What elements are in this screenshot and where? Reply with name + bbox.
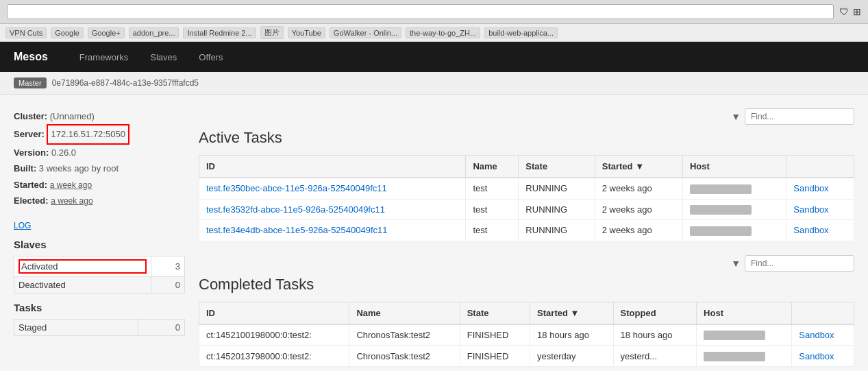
active-task-action-2[interactable]: Sandbox (786, 220, 854, 241)
active-task-started-2: 2 weeks ago (595, 220, 682, 241)
activated-row[interactable]: Activated 3 (14, 256, 185, 276)
server-row: Server: 172.16.51.72:5050 (14, 124, 185, 144)
bookmark-addon[interactable]: addon_pre... (129, 27, 179, 38)
bookmark-google[interactable]: Google (51, 27, 83, 38)
active-task-id-link-0[interactable]: test.fe350bec-abce-11e5-926a-52540049fc1… (206, 183, 387, 193)
built-row: Built: 3 weeks ago by root (14, 160, 185, 176)
shield-icon: 🛡 (839, 6, 849, 17)
completed-tasks-table: ID Name State Started ▼ Stopped Host ct:… (199, 302, 854, 367)
nav-links: Frameworks Slaves Offers (69, 44, 234, 71)
active-task-action-1[interactable]: Sandbox (786, 199, 854, 220)
nav-offers[interactable]: Offers (188, 44, 234, 71)
col-host-active: Host (682, 156, 786, 178)
completed-tasks-filter-input[interactable] (745, 255, 854, 272)
col-name-active: Name (466, 156, 519, 178)
completed-task-action-0[interactable]: Sandbox (792, 324, 854, 346)
active-filter-icon: ▼ (731, 111, 741, 122)
deactivated-row: Deactivated 0 (14, 276, 185, 293)
active-task-state-0: RUNNING (519, 178, 595, 199)
bookmark-youtube[interactable]: YouTube (288, 27, 325, 38)
completed-task-state-0: FINISHED (460, 324, 530, 346)
completed-task-started-0: 18 hours ago (530, 324, 614, 346)
built-value: 3 weeks ago by root (39, 163, 119, 173)
active-task-id-2: test.fe34e4db-abce-11e5-926a-52540049fc1… (199, 220, 466, 241)
bookmark-build-web[interactable]: build-web-applica... (484, 27, 558, 38)
col-started-completed[interactable]: Started ▼ (530, 302, 614, 324)
browser-bar: 172.16.51.72:5050/#/ 🛡 ⊞ (0, 0, 868, 24)
cluster-label: Cluster: (14, 111, 47, 121)
active-tasks-filter-input[interactable] (745, 108, 854, 125)
active-task-action-0[interactable]: Sandbox (786, 178, 854, 199)
nav-brand: Mesos (14, 51, 48, 63)
active-sandbox-link-0[interactable]: Sandbox (793, 183, 828, 193)
top-nav: Mesos Frameworks Slaves Offers (0, 42, 868, 72)
col-stopped-completed: Stopped (613, 302, 697, 324)
bookmark-gowalker[interactable]: GoWalker - Onlin... (330, 27, 401, 38)
active-sandbox-link-1[interactable]: Sandbox (793, 204, 828, 215)
deactivated-count: 0 (151, 276, 184, 293)
master-id: 0e71896a-e887-484c-a13e-9357fffafcd5 (52, 78, 199, 88)
active-task-host-2 (682, 220, 786, 241)
version-label: Version: (14, 147, 49, 158)
active-task-name-0: test (466, 178, 519, 199)
completed-task-name-1: ChronosTask:test2 (349, 346, 460, 367)
completed-task-state-1: FINISHED (460, 346, 530, 367)
server-label: Server: (14, 129, 45, 139)
tasks-table: Staged 0 (14, 319, 185, 336)
active-task-started-1: 2 weeks ago (595, 199, 682, 220)
bookmark-img[interactable]: 图片 (260, 26, 284, 39)
elected-row: Elected: a week ago (14, 193, 185, 209)
deactivated-label: Deactivated (14, 276, 151, 293)
completed-task-host-1 (697, 346, 792, 367)
col-action-completed (792, 302, 854, 324)
completed-task-stopped-0: 18 hours ago (613, 324, 697, 346)
bookmark-vpn[interactable]: VPN Cuts (5, 27, 47, 38)
completed-task-host-0 (697, 324, 792, 346)
started-row: Started: a week ago (14, 177, 185, 193)
col-started-active[interactable]: Started ▼ (595, 156, 682, 178)
staged-label: Staged (14, 319, 138, 335)
staged-count: 0 (138, 319, 185, 335)
completed-task-id-0: ct:1452100198000:0:test2: (199, 324, 349, 346)
nav-slaves[interactable]: Slaves (139, 44, 188, 71)
active-task-id-link-1[interactable]: test.fe3532fd-abce-11e5-926a-52540049fc1… (206, 204, 385, 215)
active-sandbox-link-2[interactable]: Sandbox (793, 225, 828, 235)
active-tasks-table: ID Name State Started ▼ Host test.fe350b… (199, 155, 854, 241)
elected-label: Elected: (14, 195, 49, 206)
log-link-text[interactable]: LOG (14, 221, 31, 230)
activated-cell: Activated (14, 256, 151, 276)
server-value-box: 172.16.51.72:5050 (47, 124, 129, 144)
bookmark-the-way[interactable]: the-way-to-go_ZH... (406, 27, 480, 38)
completed-tasks-filter-bar: ▼ (199, 255, 854, 272)
url-bar[interactable]: 172.16.51.72:5050/#/ (7, 4, 834, 19)
sidebar: Cluster: (Unnamed) Server: 172.16.51.72:… (14, 108, 185, 371)
completed-task-started-1: yesterday (530, 346, 614, 367)
completed-task-id-1: ct:1452013798000:0:test2: (199, 346, 349, 367)
active-task-id-link-2[interactable]: test.fe34e4db-abce-11e5-926a-52540049fc1… (206, 225, 388, 235)
started-value[interactable]: a week ago (50, 180, 92, 190)
col-id-active: ID (199, 156, 466, 178)
elected-value[interactable]: a week ago (51, 196, 92, 206)
col-action-active (786, 156, 854, 178)
completed-tasks-header-row: ID Name State Started ▼ Stopped Host (199, 302, 854, 324)
completed-sandbox-link-0[interactable]: Sandbox (799, 330, 834, 340)
grid-icon: ⊞ (853, 6, 861, 17)
active-task-row: test.fe350bec-abce-11e5-926a-52540049fc1… (199, 178, 854, 199)
bookmark-bar: VPN Cuts Google Google+ addon_pre... Ins… (0, 24, 868, 42)
slaves-title: Slaves (14, 239, 185, 250)
active-tasks-filter-bar: ▼ (199, 108, 854, 125)
log-link[interactable]: LOG (14, 220, 185, 230)
completed-filter-icon: ▼ (731, 258, 741, 269)
nav-frameworks[interactable]: Frameworks (69, 44, 140, 71)
bookmark-googleplus[interactable]: Google+ (88, 27, 125, 38)
active-task-host-1 (682, 199, 786, 220)
active-tasks-title: Active Tasks (199, 129, 854, 147)
completed-task-stopped-1: yesterd... (613, 346, 697, 367)
completed-sandbox-link-1[interactable]: Sandbox (799, 351, 834, 361)
server-value: 172.16.51.72:5050 (51, 129, 125, 139)
col-id-completed: ID (199, 302, 349, 324)
completed-task-action-1[interactable]: Sandbox (792, 346, 854, 367)
built-label: Built: (14, 163, 36, 173)
bookmark-redmine[interactable]: Install Redmine 2... (183, 27, 256, 38)
completed-tasks-title: Completed Tasks (199, 276, 854, 294)
